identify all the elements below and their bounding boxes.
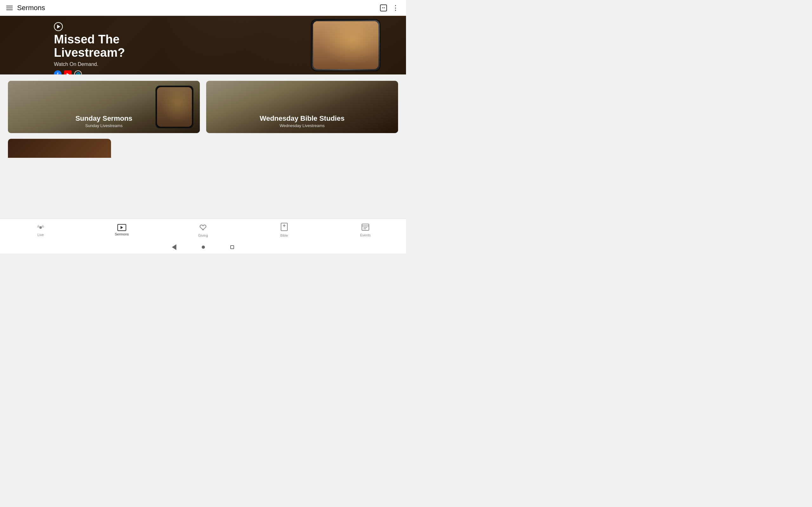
chat-dot [384,7,385,8]
cards-row: Sunday Sermons Sunday Livestreams Wednes… [8,81,398,133]
nav-item-events[interactable]: Events [325,223,406,237]
facebook-button[interactable]: f [54,70,61,74]
nav-label-sermons: Sermons [115,232,129,236]
header-left: Sermons [6,4,45,12]
svg-point-9 [364,228,365,229]
nav-item-bible[interactable]: Bible [244,223,325,237]
sunday-card-text: Sunday Sermons Sunday Livestreams [8,109,200,133]
svg-point-8 [366,227,367,228]
hero-subtitle: Watch On Demand. [54,61,125,67]
svg-point-7 [365,227,366,228]
wednesday-bible-card[interactable]: Wednesday Bible Studies Wednesday Livest… [206,81,398,133]
phone-screen-content [313,21,378,69]
sermons-icon [117,224,126,231]
svg-point-10 [365,228,366,229]
nav-item-sermons[interactable]: Sermons [81,224,162,236]
header-right: ⋮ [380,4,400,12]
sunday-card-subtitle: Sunday Livestreams [14,123,194,128]
sermons-play-icon [120,226,123,229]
nav-label-bible: Bible [281,233,288,237]
home-button[interactable] [202,245,205,249]
app-header: Sermons ⋮ [0,0,406,16]
hero-phone-screen [313,21,378,69]
chat-button[interactable] [380,4,387,11]
nav-label-events: Events [360,233,371,237]
hero-banner: Missed The Livestream? Watch On Demand. … [0,16,406,74]
hero-phone-mockup [311,19,380,71]
svg-point-6 [364,227,365,228]
nav-item-live[interactable]: Live [0,223,81,237]
live-icon [37,223,45,232]
hero-title: Missed The Livestream? [54,33,125,60]
recents-icon [230,245,234,249]
home-icon [202,245,205,249]
nav-label-giving: Giving [198,233,208,237]
back-button[interactable] [172,244,176,250]
sunday-card-title: Sunday Sermons [14,114,194,123]
main-content: Sunday Sermons Sunday Livestreams Wednes… [0,74,406,164]
events-icon [362,223,369,232]
website-button[interactable]: 🌐 [74,70,82,74]
wednesday-card-subtitle: Wednesday Livestreams [212,123,392,128]
wednesday-card-title: Wednesday Bible Studies [212,114,392,123]
play-circle-icon[interactable] [54,22,63,31]
page-title: Sermons [17,4,45,12]
nav-label-live: Live [38,233,44,237]
third-card-partial[interactable] [8,139,111,158]
social-icons: f ▶ 🌐 [54,70,125,74]
nav-item-giving[interactable]: Giving [162,223,244,237]
giving-icon [199,223,207,232]
youtube-button[interactable]: ▶ [64,70,72,74]
sunday-sermons-card[interactable]: Sunday Sermons Sunday Livestreams [8,81,200,133]
chat-dot [382,7,383,8]
recents-button[interactable] [230,245,234,249]
back-icon [172,244,176,250]
more-button[interactable]: ⋮ [392,4,400,12]
system-nav-bar [0,241,406,253]
bible-icon [281,223,288,232]
bottom-navigation: Live Sermons Giving Bible [0,219,406,241]
svg-point-0 [39,226,42,229]
play-triangle-icon [57,25,60,29]
wednesday-card-text: Wednesday Bible Studies Wednesday Livest… [206,109,398,133]
hero-content: Missed The Livestream? Watch On Demand. … [54,22,125,74]
cards-row-2 [8,139,398,158]
menu-button[interactable] [6,6,13,10]
